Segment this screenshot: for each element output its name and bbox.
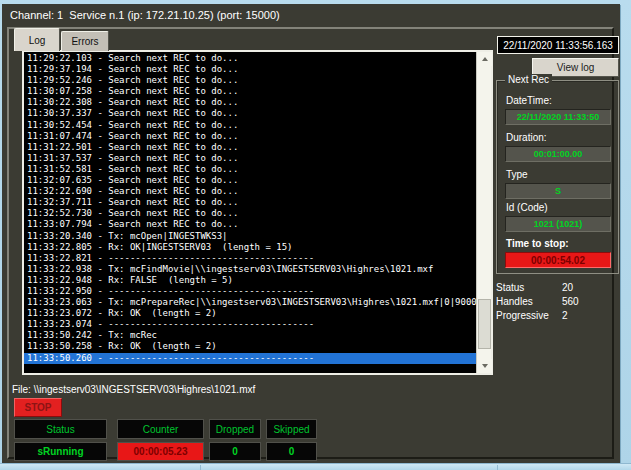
stat-row-status: Status 20 (496, 282, 619, 295)
log-line[interactable]: 11:33:23.063 - Tx: mcPrepareRec|\\ingest… (27, 297, 476, 308)
log-line[interactable]: 11:29:52.246 - Search next REC to do... (27, 75, 476, 86)
arrow-up-icon (482, 57, 488, 61)
log-line[interactable]: 11:31:22.501 - Search next REC to do... (27, 142, 476, 153)
progressive-stat-value: 2 (562, 310, 568, 321)
handles-stat-label: Handles (496, 296, 533, 307)
datetime-label: DateTime: (506, 95, 552, 106)
taskbar-strip (0, 463, 631, 470)
stop-button[interactable]: STOP (14, 398, 62, 417)
log-line[interactable]: 11:33:50.242 - Tx: mcRec (27, 330, 476, 341)
log-line[interactable]: 11:33:23.072 - Rx: OK (length = 2) (27, 308, 476, 319)
tab-errors-label: Errors (71, 36, 98, 47)
log-line[interactable]: 11:31:52.581 - Search next REC to do... (27, 164, 476, 175)
taskbar-divider (200, 465, 201, 470)
scroll-up-button[interactable] (477, 52, 492, 66)
time-to-stop-value: 00:00:54.02 (505, 252, 611, 268)
log-line[interactable]: 11:30:07.258 - Search next REC to do... (27, 86, 476, 97)
log-line[interactable]: 11:32:52.730 - Search next REC to do... (27, 208, 476, 219)
log-line[interactable]: 11:33:23.074 - -------------------------… (27, 319, 476, 330)
current-datetime-display: 22/11/2020 11:33:56.163 (497, 36, 619, 54)
datetime-value: 22/11/2020 11:33:50 (505, 109, 611, 125)
next-rec-group: Next Rec DateTime: 22/11/2020 11:33:50 D… (496, 80, 619, 274)
log-line[interactable]: 11:31:37.537 - Search next REC to do... (27, 153, 476, 164)
status-stat-label: Status (496, 282, 524, 293)
table-value-status: sRunning (14, 442, 107, 461)
duration-label: Duration: (506, 132, 547, 143)
tab-log-label: Log (29, 35, 46, 46)
status-stat-value: 20 (562, 282, 573, 293)
window-title: Channel: 1 Service n.1 (ip: 172.21.10.25… (10, 9, 280, 21)
table-header-dropped: Dropped (209, 419, 261, 439)
progressive-stat-label: Progressive (496, 310, 549, 321)
tab-log[interactable]: Log (14, 28, 60, 51)
table-header-status: Status (14, 419, 107, 439)
current-file-path: File: \\ingestserv03\INGESTSERV03\Highre… (12, 384, 255, 395)
log-line[interactable]: 11:30:37.337 - Search next REC to do... (27, 108, 476, 119)
stat-row-handles: Handles 560 (496, 296, 619, 309)
log-line[interactable]: 11:33:22.938 - Tx: mcFindMovie|\\ingests… (27, 264, 476, 275)
log-line[interactable]: 11:29:37.194 - Search next REC to do... (27, 64, 476, 75)
log-line[interactable]: 11:30:22.308 - Search next REC to do... (27, 97, 476, 108)
log-line[interactable]: 11:32:07.635 - Search next REC to do... (27, 175, 476, 186)
log-line[interactable]: 11:32:22.690 - Search next REC to do... (27, 186, 476, 197)
type-label: Type (506, 169, 528, 180)
log-lines: 11:29:22.103 - Search next REC to do...1… (24, 52, 476, 373)
log-line[interactable]: 11:30:52.454 - Search next REC to do... (27, 120, 476, 131)
arrow-down-icon (482, 364, 488, 368)
log-line[interactable]: 11:33:50.260 - -------------------------… (24, 353, 476, 364)
log-line[interactable]: 11:31:07.474 - Search next REC to do... (27, 131, 476, 142)
table-value-skipped: 0 (266, 442, 317, 461)
handles-stat-value: 560 (562, 296, 579, 307)
id-code-label: Id (Code) (506, 202, 548, 213)
duration-value: 00:01:00.00 (505, 146, 611, 162)
tab-errors[interactable]: Errors (61, 31, 109, 51)
taskbar-divider (497, 465, 498, 470)
table-header-skipped: Skipped (266, 419, 317, 439)
time-to-stop-label: Time to stop: (506, 238, 569, 249)
log-line[interactable]: 11:33:22.950 - -------------------------… (27, 286, 476, 297)
table-value-dropped: 0 (209, 442, 261, 461)
log-line[interactable]: 11:29:22.103 - Search next REC to do... (27, 53, 476, 64)
table-header-counter: Counter (117, 419, 204, 439)
log-line[interactable]: 11:33:07.794 - Search next REC to do... (27, 219, 476, 230)
scroll-down-button[interactable] (477, 359, 492, 373)
scrollbar-thumb[interactable] (478, 299, 491, 349)
log-textbox[interactable]: 11:29:22.103 - Search next REC to do...1… (22, 50, 493, 375)
id-code-value: 1021 (1021) (505, 216, 611, 232)
type-value: S (505, 183, 611, 199)
log-line[interactable]: 11:33:20.340 - Tx: mcOpen|INGESTWKS3| (27, 231, 476, 242)
log-line[interactable]: 11:33:22.948 - Rx: FALSE (length = 5) (27, 275, 476, 286)
log-line[interactable]: 11:32:37.711 - Search next REC to do... (27, 197, 476, 208)
log-line[interactable]: 11:33:50.258 - Rx: OK (length = 2) (27, 341, 476, 352)
log-line[interactable]: 11:33:22.805 - Rx: OK|INGESTSERV03 (leng… (27, 242, 476, 253)
log-line[interactable]: 11:33:22.821 - -------------------------… (27, 253, 476, 264)
next-rec-group-title: Next Rec (505, 74, 552, 85)
table-value-counter: 00:00:05.23 (117, 442, 204, 461)
log-scrollbar[interactable] (476, 52, 491, 373)
stat-row-progressive: Progressive 2 (496, 310, 619, 323)
